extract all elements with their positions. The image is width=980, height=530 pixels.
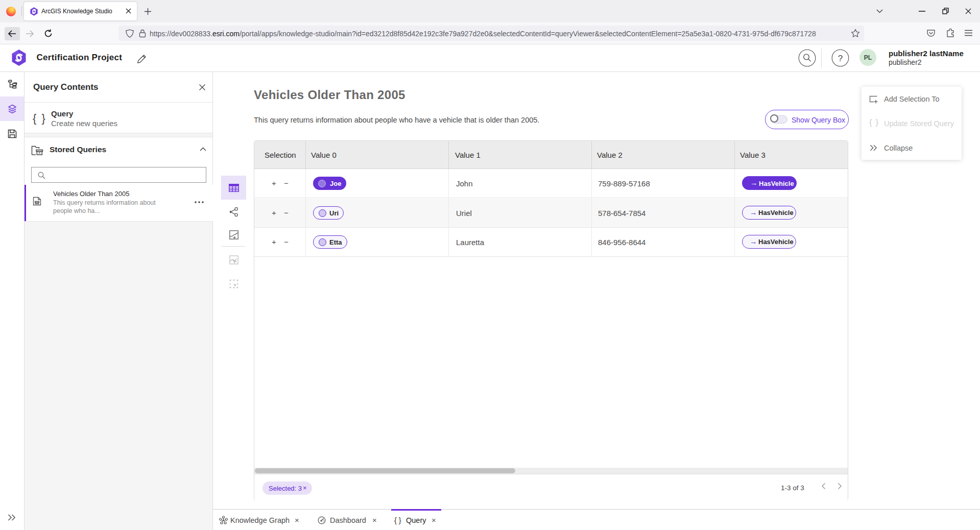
svg-text:?: ?: [838, 54, 843, 63]
